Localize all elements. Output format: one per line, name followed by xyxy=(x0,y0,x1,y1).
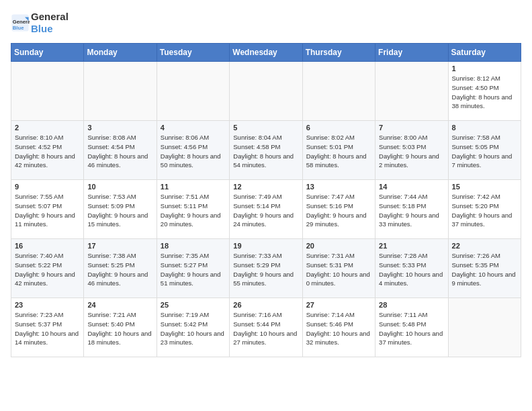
day-info: Sunrise: 7:51 AM Sunset: 5:11 PM Dayligh… xyxy=(161,192,226,229)
day-number: 4 xyxy=(161,124,226,132)
day-info: Sunrise: 7:55 AM Sunset: 5:07 PM Dayligh… xyxy=(15,192,80,229)
day-number: 5 xyxy=(233,124,298,132)
calendar-cell: 19Sunrise: 7:33 AM Sunset: 5:29 PM Dayli… xyxy=(230,239,302,298)
day-number: 2 xyxy=(15,124,80,132)
calendar-cell xyxy=(375,62,448,121)
day-info: Sunrise: 8:08 AM Sunset: 4:54 PM Dayligh… xyxy=(87,133,152,170)
day-info: Sunrise: 7:47 AM Sunset: 5:16 PM Dayligh… xyxy=(306,192,371,229)
day-number: 17 xyxy=(87,242,152,250)
calendar-cell xyxy=(84,62,157,121)
calendar-cell: 25Sunrise: 7:19 AM Sunset: 5:42 PM Dayli… xyxy=(157,298,229,357)
day-number: 20 xyxy=(306,242,371,250)
calendar-cell xyxy=(11,62,84,121)
calendar-cell: 23Sunrise: 7:23 AM Sunset: 5:37 PM Dayli… xyxy=(11,298,84,357)
day-info: Sunrise: 7:40 AM Sunset: 5:22 PM Dayligh… xyxy=(15,251,80,288)
day-number: 14 xyxy=(379,183,444,191)
svg-text:Blue: Blue xyxy=(13,25,24,31)
day-info: Sunrise: 7:28 AM Sunset: 5:33 PM Dayligh… xyxy=(379,251,444,288)
day-number: 9 xyxy=(15,183,80,191)
day-info: Sunrise: 7:33 AM Sunset: 5:29 PM Dayligh… xyxy=(233,251,298,288)
calendar-cell xyxy=(230,62,302,121)
weekday-header-wednesday: Wednesday xyxy=(230,44,302,62)
day-number: 24 xyxy=(87,301,152,309)
svg-text:General: General xyxy=(13,19,30,25)
day-info: Sunrise: 8:10 AM Sunset: 4:52 PM Dayligh… xyxy=(15,133,80,170)
day-number: 25 xyxy=(161,301,226,309)
calendar-cell: 27Sunrise: 7:14 AM Sunset: 5:46 PM Dayli… xyxy=(302,298,375,357)
week-row-5: 23Sunrise: 7:23 AM Sunset: 5:37 PM Dayli… xyxy=(11,298,521,357)
weekday-header-monday: Monday xyxy=(84,44,157,62)
day-info: Sunrise: 8:02 AM Sunset: 5:01 PM Dayligh… xyxy=(306,133,371,170)
weekday-header-sunday: Sunday xyxy=(11,44,84,62)
calendar-cell: 7Sunrise: 8:00 AM Sunset: 5:03 PM Daylig… xyxy=(375,121,448,180)
calendar-cell: 5Sunrise: 8:04 AM Sunset: 4:58 PM Daylig… xyxy=(230,121,302,180)
day-number: 28 xyxy=(379,301,444,309)
logo: General Blue General Blue xyxy=(11,11,69,35)
calendar-cell: 26Sunrise: 7:16 AM Sunset: 5:44 PM Dayli… xyxy=(230,298,302,357)
calendar-cell: 17Sunrise: 7:38 AM Sunset: 5:25 PM Dayli… xyxy=(84,239,157,298)
day-info: Sunrise: 7:58 AM Sunset: 5:05 PM Dayligh… xyxy=(452,133,517,170)
day-info: Sunrise: 8:04 AM Sunset: 4:58 PM Dayligh… xyxy=(233,133,298,170)
calendar-cell: 16Sunrise: 7:40 AM Sunset: 5:22 PM Dayli… xyxy=(11,239,84,298)
weekday-header-saturday: Saturday xyxy=(448,44,521,62)
day-info: Sunrise: 7:23 AM Sunset: 5:37 PM Dayligh… xyxy=(15,310,80,347)
day-number: 8 xyxy=(452,124,517,132)
calendar-cell: 11Sunrise: 7:51 AM Sunset: 5:11 PM Dayli… xyxy=(157,180,229,239)
day-info: Sunrise: 7:16 AM Sunset: 5:44 PM Dayligh… xyxy=(233,310,298,347)
day-info: Sunrise: 7:31 AM Sunset: 5:31 PM Dayligh… xyxy=(306,251,371,288)
day-info: Sunrise: 7:35 AM Sunset: 5:27 PM Dayligh… xyxy=(161,251,226,288)
day-number: 13 xyxy=(306,183,371,191)
day-number: 22 xyxy=(452,242,517,250)
logo-blue: Blue xyxy=(31,23,69,35)
weekday-header-thursday: Thursday xyxy=(302,44,375,62)
calendar-cell: 2Sunrise: 8:10 AM Sunset: 4:52 PM Daylig… xyxy=(11,121,84,180)
day-info: Sunrise: 8:12 AM Sunset: 4:50 PM Dayligh… xyxy=(452,74,517,111)
day-number: 21 xyxy=(379,242,444,250)
page-header: General Blue General Blue xyxy=(11,11,521,35)
calendar-cell: 3Sunrise: 8:08 AM Sunset: 4:54 PM Daylig… xyxy=(84,121,157,180)
calendar-cell: 6Sunrise: 8:02 AM Sunset: 5:01 PM Daylig… xyxy=(302,121,375,180)
calendar-cell: 18Sunrise: 7:35 AM Sunset: 5:27 PM Dayli… xyxy=(157,239,229,298)
day-number: 10 xyxy=(87,183,152,191)
calendar-cell xyxy=(302,62,375,121)
day-info: Sunrise: 7:21 AM Sunset: 5:40 PM Dayligh… xyxy=(87,310,152,347)
weekday-header-tuesday: Tuesday xyxy=(157,44,229,62)
week-row-3: 9Sunrise: 7:55 AM Sunset: 5:07 PM Daylig… xyxy=(11,180,521,239)
day-number: 3 xyxy=(87,124,152,132)
day-number: 11 xyxy=(161,183,226,191)
calendar-cell: 15Sunrise: 7:42 AM Sunset: 5:20 PM Dayli… xyxy=(448,180,521,239)
day-number: 23 xyxy=(15,301,80,309)
weekday-header-friday: Friday xyxy=(375,44,448,62)
day-info: Sunrise: 8:06 AM Sunset: 4:56 PM Dayligh… xyxy=(161,133,226,170)
day-number: 16 xyxy=(15,242,80,250)
day-info: Sunrise: 7:14 AM Sunset: 5:46 PM Dayligh… xyxy=(306,310,371,347)
calendar-cell: 21Sunrise: 7:28 AM Sunset: 5:33 PM Dayli… xyxy=(375,239,448,298)
day-number: 27 xyxy=(306,301,371,309)
day-number: 26 xyxy=(233,301,298,309)
day-number: 7 xyxy=(379,124,444,132)
calendar-cell: 12Sunrise: 7:49 AM Sunset: 5:14 PM Dayli… xyxy=(230,180,302,239)
day-info: Sunrise: 7:38 AM Sunset: 5:25 PM Dayligh… xyxy=(87,251,152,288)
day-number: 6 xyxy=(306,124,371,132)
logo-icon: General Blue xyxy=(11,13,30,32)
calendar-cell: 13Sunrise: 7:47 AM Sunset: 5:16 PM Dayli… xyxy=(302,180,375,239)
calendar-cell xyxy=(448,298,521,357)
day-info: Sunrise: 7:53 AM Sunset: 5:09 PM Dayligh… xyxy=(87,192,152,229)
calendar-cell: 1Sunrise: 8:12 AM Sunset: 4:50 PM Daylig… xyxy=(448,62,521,121)
calendar-cell: 24Sunrise: 7:21 AM Sunset: 5:40 PM Dayli… xyxy=(84,298,157,357)
day-number: 18 xyxy=(161,242,226,250)
calendar-cell xyxy=(157,62,229,121)
day-info: Sunrise: 7:26 AM Sunset: 5:35 PM Dayligh… xyxy=(452,251,517,288)
calendar-cell: 9Sunrise: 7:55 AM Sunset: 5:07 PM Daylig… xyxy=(11,180,84,239)
day-number: 15 xyxy=(452,183,517,191)
weekday-header-row: SundayMondayTuesdayWednesdayThursdayFrid… xyxy=(11,44,521,62)
calendar-cell: 10Sunrise: 7:53 AM Sunset: 5:09 PM Dayli… xyxy=(84,180,157,239)
day-number: 1 xyxy=(452,64,517,73)
calendar-cell: 28Sunrise: 7:11 AM Sunset: 5:48 PM Dayli… xyxy=(375,298,448,357)
calendar-cell: 22Sunrise: 7:26 AM Sunset: 5:35 PM Dayli… xyxy=(448,239,521,298)
calendar-cell: 14Sunrise: 7:44 AM Sunset: 5:18 PM Dayli… xyxy=(375,180,448,239)
calendar-cell: 8Sunrise: 7:58 AM Sunset: 5:05 PM Daylig… xyxy=(448,121,521,180)
day-info: Sunrise: 7:11 AM Sunset: 5:48 PM Dayligh… xyxy=(379,310,444,347)
day-number: 12 xyxy=(233,183,298,191)
day-number: 19 xyxy=(233,242,298,250)
